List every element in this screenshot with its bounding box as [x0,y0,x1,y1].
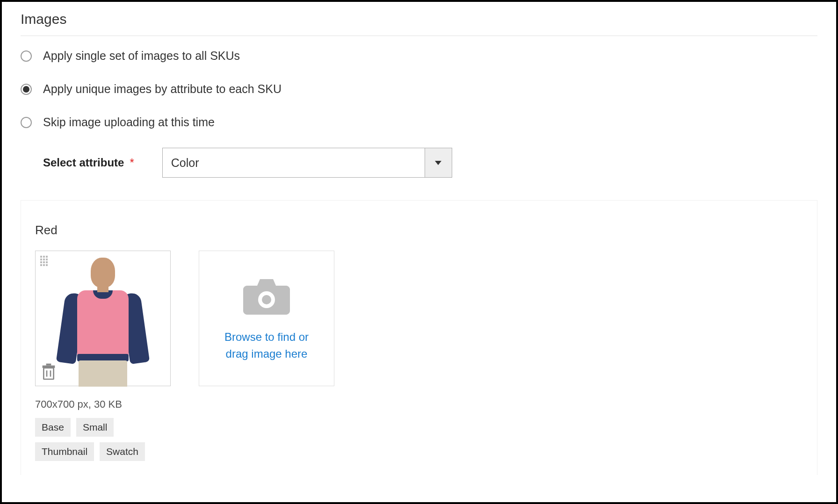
upload-prompt: Browse to find or drag image here [215,329,318,362]
thumbnails-row: 700x700 px, 30 KB Base Small Thumbnail S… [35,251,803,461]
attribute-select-row: Select attribute * Color [43,148,817,178]
radio-label: Skip image uploading at this time [43,115,215,129]
svg-rect-1 [43,366,55,368]
radio-option-single[interactable]: Apply single set of images to all SKUs [21,49,817,63]
image-mode-radio-group: Apply single set of images to all SKUs A… [21,49,817,129]
image-tile[interactable] [35,251,171,386]
radio-icon [21,84,32,95]
attribute-select-toggle[interactable] [425,148,452,177]
radio-label: Apply unique images by attribute to each… [43,82,282,96]
image-roles-row: Base Small Thumbnail Swatch [35,418,171,461]
attribute-select[interactable]: Color [162,148,452,178]
radio-label: Apply single set of images to all SKUs [43,49,240,63]
drag-handle-icon[interactable] [40,256,49,266]
images-section-panel: Images Apply single set of images to all… [0,0,838,504]
svg-rect-2 [46,364,51,366]
upload-prompt-line2: drag image here [226,347,308,360]
variant-panel: Red [21,200,817,475]
product-image [51,255,154,386]
upload-dropzone[interactable]: Browse to find or drag image here [199,251,334,386]
upload-prompt-line1: Browse to find or [224,331,309,343]
attribute-label: Select attribute [43,156,124,169]
image-meta: 700x700 px, 30 KB [35,398,171,410]
radio-option-skip[interactable]: Skip image uploading at this time [21,115,817,129]
radio-icon [21,117,32,128]
svg-point-6 [262,295,271,304]
section-title: Images [21,11,817,36]
image-tile-column: 700x700 px, 30 KB Base Small Thumbnail S… [35,251,171,461]
role-tag-small[interactable]: Small [76,418,114,437]
variant-name: Red [35,223,803,238]
role-tag-thumbnail[interactable]: Thumbnail [35,442,94,461]
chevron-down-icon [435,161,441,165]
camera-icon [243,279,290,315]
required-mark: * [130,156,134,169]
radio-icon [21,50,32,62]
radio-option-unique[interactable]: Apply unique images by attribute to each… [21,82,817,96]
role-tag-base[interactable]: Base [35,418,71,437]
svg-rect-0 [43,368,53,379]
attribute-select-value: Color [163,148,425,177]
role-tag-swatch[interactable]: Swatch [100,442,145,461]
trash-icon[interactable] [41,362,56,381]
